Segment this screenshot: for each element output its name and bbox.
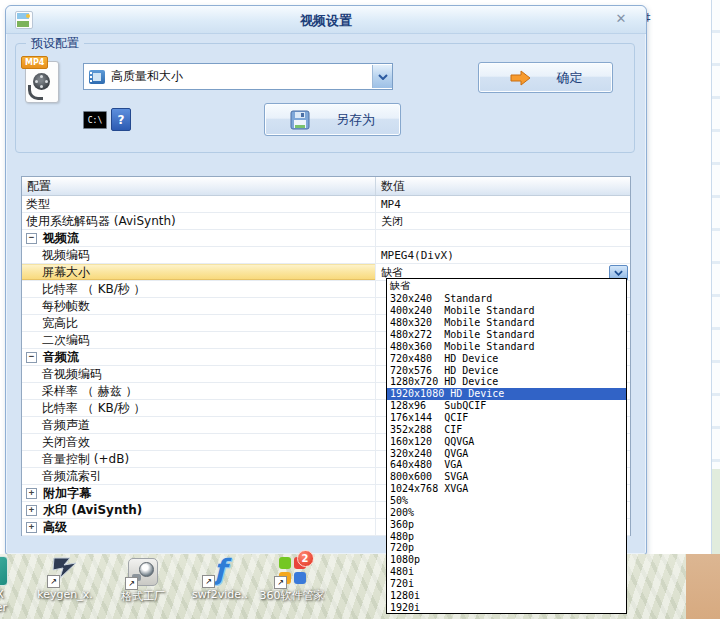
value-cell[interactable]: 关闭 bbox=[376, 213, 630, 229]
config-cell[interactable]: 每秒帧数 bbox=[22, 298, 376, 314]
value-cell[interactable]: MP4 bbox=[376, 196, 630, 212]
expand-icon[interactable]: + bbox=[26, 505, 37, 516]
dropdown-item[interactable]: 320x240 QVGA bbox=[387, 447, 626, 459]
dropdown-item[interactable]: 缺省 bbox=[387, 279, 626, 293]
dropdown-item[interactable]: 200% bbox=[387, 506, 626, 518]
config-cell[interactable]: −音频流 bbox=[22, 349, 376, 365]
fx-app-icon bbox=[0, 556, 8, 586]
config-cell[interactable]: 屏幕大小 bbox=[22, 264, 376, 280]
config-cell[interactable]: 音量控制 (+dB) bbox=[22, 451, 376, 467]
dropdown-item[interactable]: 50% bbox=[387, 495, 626, 507]
value-cell[interactable]: MPEG4(DivX) bbox=[376, 247, 630, 263]
window-title: 视频设置 bbox=[6, 12, 646, 30]
config-label: 音量控制 (+dB) bbox=[42, 451, 129, 467]
column-header-config[interactable]: 配置 bbox=[22, 177, 376, 195]
dropdown-item[interactable]: 352x288 CIF bbox=[387, 423, 626, 435]
config-cell[interactable]: 类型 bbox=[22, 196, 376, 212]
table-row[interactable]: 类型MP4 bbox=[22, 196, 630, 213]
value-text: MP4 bbox=[381, 198, 401, 211]
background-window-edge-green bbox=[712, 469, 720, 559]
ok-button[interactable]: 确定 bbox=[478, 62, 613, 93]
arrow-right-icon bbox=[509, 70, 531, 86]
dropdown-item[interactable]: 480x320 Mobile Standard bbox=[387, 317, 626, 329]
collapse-icon[interactable]: − bbox=[26, 233, 37, 244]
config-cell[interactable]: −视频流 bbox=[22, 230, 376, 246]
dropdown-item[interactable]: 320x240 Standard bbox=[387, 293, 626, 305]
help-button[interactable]: ? bbox=[111, 108, 131, 131]
collapse-icon[interactable]: − bbox=[26, 352, 37, 363]
column-header-value[interactable]: 数值 bbox=[376, 178, 630, 195]
dropdown-item[interactable]: 720x480 HD Device bbox=[387, 352, 626, 364]
config-cell[interactable]: 宽高比 bbox=[22, 315, 376, 331]
config-cell[interactable]: 关闭音效 bbox=[22, 434, 376, 450]
config-label: 每秒帧数 bbox=[42, 298, 90, 314]
config-cell[interactable]: 音视频编码 bbox=[22, 366, 376, 382]
close-icon[interactable]: ✕ bbox=[612, 11, 630, 27]
dropdown-item[interactable]: 160x120 QQVGA bbox=[387, 435, 626, 447]
expand-icon[interactable]: + bbox=[26, 522, 37, 533]
desktop-icon-fx[interactable]: FX zer bbox=[0, 556, 28, 614]
config-label: 高级 bbox=[43, 519, 67, 535]
config-label: 关闭音效 bbox=[42, 434, 90, 450]
save-as-button[interactable]: 另存为 bbox=[264, 103, 401, 136]
config-label: 宽高比 bbox=[42, 315, 78, 331]
config-cell[interactable]: +附加字幕 bbox=[22, 485, 376, 501]
config-label: 音视频编码 bbox=[42, 366, 102, 382]
desktop-icon-label: keygen_x. bbox=[29, 588, 101, 601]
dropdown-item[interactable]: 480i bbox=[387, 566, 626, 578]
command-line-button[interactable]: C:\ bbox=[83, 111, 107, 129]
expand-icon[interactable]: + bbox=[26, 488, 37, 499]
config-cell[interactable]: 使用系统解码器 (AviSynth) bbox=[22, 213, 376, 229]
dropdown-item[interactable]: 720i bbox=[387, 578, 626, 590]
mp4-badge: MP4 bbox=[21, 56, 48, 69]
preset-groupbox: 预设配置 bbox=[15, 43, 635, 153]
config-cell[interactable]: 比特率 （ KB/秒 ） bbox=[22, 400, 376, 416]
dropdown-item[interactable]: 176x144 QCIF bbox=[387, 412, 626, 424]
dropdown-item[interactable]: 480x360 Mobile Standard bbox=[387, 340, 626, 352]
dropdown-item[interactable]: 640x480 VGA bbox=[387, 459, 626, 471]
chevron-down-icon[interactable] bbox=[372, 65, 392, 88]
desktop-icon-swf2video[interactable]: ƒ ↗ swf2vide.. bbox=[184, 556, 256, 601]
table-row[interactable]: −视频流 bbox=[22, 230, 630, 247]
value-cell[interactable] bbox=[376, 230, 630, 246]
value-text: 关闭 bbox=[381, 214, 403, 229]
dropdown-item[interactable]: 720p bbox=[387, 542, 626, 554]
config-cell[interactable]: 二次编码 bbox=[22, 332, 376, 348]
preset-combobox[interactable]: 高质量和大小 bbox=[83, 63, 393, 90]
desktop-icon-format-factory[interactable]: ↗ 格式工厂 bbox=[107, 556, 179, 603]
dropdown-item[interactable]: 400x240 Mobile Standard bbox=[387, 305, 626, 317]
preset-combobox-value: 高质量和大小 bbox=[111, 68, 372, 85]
dropdown-item[interactable]: 1920i bbox=[387, 601, 626, 613]
dropdown-item[interactable]: 1280i bbox=[387, 589, 626, 601]
table-row[interactable]: 使用系统解码器 (AviSynth)关闭 bbox=[22, 213, 630, 230]
config-cell[interactable]: 比特率 （ KB/秒 ） bbox=[22, 281, 376, 297]
dropdown-item[interactable]: 360p bbox=[387, 518, 626, 530]
dropdown-item[interactable]: 800x600 SVGA bbox=[387, 471, 626, 483]
title-bar[interactable]: 视频设置 ✕ bbox=[6, 6, 646, 34]
film-icon bbox=[89, 70, 105, 84]
config-cell[interactable]: +水印 (AviSynth) bbox=[22, 502, 376, 518]
dropdown-item[interactable]: 1920x1080 HD Device bbox=[387, 388, 626, 400]
dropdown-item[interactable]: 480p bbox=[387, 530, 626, 542]
dropdown-item[interactable]: 480x272 Mobile Standard bbox=[387, 329, 626, 341]
config-cell[interactable]: 音频声道 bbox=[22, 417, 376, 433]
mp4-file-icon: MP4 bbox=[23, 57, 59, 101]
config-cell[interactable]: 视频编码 bbox=[22, 247, 376, 263]
desktop-icon-label: swf2vide.. bbox=[184, 588, 256, 601]
dropdown-list[interactable]: 缺省320x240 Standard400x240 Mobile Standar… bbox=[386, 278, 627, 614]
settings-table-header: 配置 数值 bbox=[22, 177, 630, 196]
table-row[interactable]: 视频编码MPEG4(DivX) bbox=[22, 247, 630, 264]
desktop-icon-keygen[interactable]: ↗ keygen_x. bbox=[29, 556, 101, 601]
config-label: 比特率 （ KB/秒 ） bbox=[42, 400, 146, 416]
desktop-icon-360-manager[interactable]: 2 ↗ 360软件管家 bbox=[256, 556, 328, 602]
desktop-icon-label: FX bbox=[0, 588, 28, 601]
dropdown-item[interactable]: 128x96 SubQCIF bbox=[387, 400, 626, 412]
config-cell[interactable]: +高级 bbox=[22, 519, 376, 535]
config-cell[interactable]: 采样率 （ 赫兹 ） bbox=[22, 383, 376, 399]
dropdown-item[interactable]: 1024x768 XVGA bbox=[387, 483, 626, 495]
dropdown-item[interactable]: 1080p bbox=[387, 554, 626, 566]
dropdown-item[interactable]: 1280x720 HD Device bbox=[387, 376, 626, 388]
config-cell[interactable]: 音频流索引 bbox=[22, 468, 376, 484]
dropdown-item[interactable]: 720x576 HD Device bbox=[387, 364, 626, 376]
desktop-icon-label: 格式工厂 bbox=[107, 590, 179, 603]
